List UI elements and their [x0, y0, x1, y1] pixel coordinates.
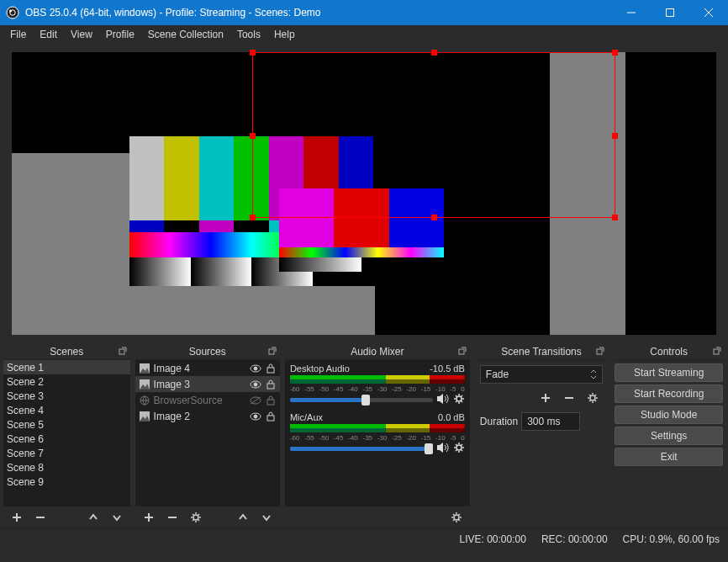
popout-icon[interactable]	[266, 345, 278, 357]
source-item[interactable]: Image 3	[135, 376, 280, 392]
svg-rect-13	[267, 384, 274, 389]
lock-icon[interactable]	[265, 379, 277, 390]
duration-input[interactable]: 300 ms	[521, 412, 580, 431]
selection-outline[interactable]	[252, 52, 615, 218]
minimize-button[interactable]	[612, 0, 651, 25]
source-label: Image 2	[154, 411, 246, 422]
menu-view[interactable]: View	[64, 27, 99, 42]
menu-help[interactable]: Help	[267, 27, 302, 42]
settings-button[interactable]: Settings	[615, 427, 723, 445]
svg-point-21	[193, 515, 198, 520]
remove-source-button[interactable]	[162, 508, 182, 527]
sources-list[interactable]: Image 4 Image 3 BrowserSource Image 2	[135, 360, 280, 506]
start-recording-button[interactable]: Start Recording	[615, 384, 723, 403]
popout-icon[interactable]	[711, 345, 723, 357]
exit-button[interactable]: Exit	[615, 448, 723, 466]
selection-handle-e[interactable]	[612, 133, 618, 139]
move-source-down-button[interactable]	[256, 508, 277, 527]
svg-point-25	[454, 515, 459, 520]
studio-mode-button[interactable]: Studio Mode	[615, 406, 723, 424]
image-icon	[139, 363, 150, 374]
add-scene-button[interactable]	[7, 508, 27, 527]
move-scene-up-button[interactable]	[83, 508, 103, 527]
volume-slider[interactable]	[290, 447, 433, 451]
source-label: Image 3	[154, 379, 246, 390]
dock-title-controls: Controls	[650, 346, 688, 358]
remove-transition-button[interactable]	[559, 389, 579, 407]
selection-handle-nw[interactable]	[250, 50, 256, 56]
dock-controls: Controls Start Streaming Start Recording…	[613, 343, 725, 528]
status-live: LIVE: 00:00:00	[459, 533, 525, 545]
scene-item[interactable]: Scene 5	[3, 417, 130, 432]
move-source-up-button[interactable]	[233, 508, 253, 527]
dock-audio-mixer: Audio Mixer Desktop Audio -10.5 dB -60-5…	[285, 343, 470, 528]
menu-scene-collection[interactable]: Scene Collection	[141, 27, 230, 42]
maximize-button[interactable]	[651, 0, 689, 25]
selection-handle-se[interactable]	[612, 215, 618, 220]
chevron-updown-icon	[590, 369, 597, 379]
start-streaming-button[interactable]: Start Streaming	[615, 363, 723, 382]
window-title: OBS 25.0.4 (64-bit, windows) - Profile: …	[25, 7, 612, 19]
menu-edit[interactable]: Edit	[33, 27, 64, 42]
gear-icon[interactable]	[453, 393, 465, 407]
popout-icon[interactable]	[456, 345, 468, 357]
visibility-hidden-icon[interactable]	[250, 395, 261, 406]
scene-item[interactable]: Scene 4	[3, 403, 130, 417]
source-item[interactable]: BrowserSource	[135, 392, 280, 408]
transition-properties-button[interactable]	[583, 389, 603, 407]
channel-name: Mic/Aux	[290, 412, 323, 422]
scenes-toolbar	[3, 506, 130, 528]
speaker-icon[interactable]	[436, 442, 450, 456]
dock-title-scenes: Scenes	[50, 346, 83, 358]
move-scene-down-button[interactable]	[107, 508, 127, 527]
dock-title-transitions: Scene Transitions	[501, 346, 581, 358]
mixer-settings-button[interactable]	[446, 508, 467, 527]
add-source-button[interactable]	[139, 508, 159, 527]
add-transition-button[interactable]	[535, 389, 556, 407]
gear-icon[interactable]	[453, 442, 465, 456]
selection-handle-sw[interactable]	[250, 215, 256, 220]
menu-file[interactable]: File	[3, 27, 33, 42]
video-preview[interactable]	[12, 52, 716, 335]
scene-item[interactable]: Scene 2	[3, 374, 130, 389]
scene-item[interactable]: Scene 7	[3, 446, 130, 460]
scene-item[interactable]: Scene 3	[3, 389, 130, 403]
menu-tools[interactable]: Tools	[230, 27, 267, 42]
source-item[interactable]: Image 4	[135, 360, 280, 376]
svg-point-12	[254, 383, 257, 386]
visibility-icon[interactable]	[250, 363, 261, 374]
popout-icon[interactable]	[594, 345, 606, 357]
selection-handle-n[interactable]	[431, 50, 437, 56]
svg-point-24	[456, 445, 462, 450]
audio-mixer: Desktop Audio -10.5 dB -60-55-50-45-40-3…	[285, 360, 470, 506]
remove-scene-button[interactable]	[30, 508, 50, 527]
svg-rect-16	[267, 400, 274, 405]
lock-icon[interactable]	[265, 395, 277, 406]
scene-item[interactable]: Scene 9	[3, 475, 130, 489]
scenes-list[interactable]: Scene 1 Scene 2 Scene 3 Scene 4 Scene 5 …	[3, 360, 130, 506]
channel-db: -10.5 dB	[430, 363, 465, 374]
speaker-icon[interactable]	[436, 393, 450, 407]
source-item[interactable]: Image 2	[135, 408, 280, 424]
scene-item[interactable]: Scene 6	[3, 432, 130, 446]
selection-handle-ne[interactable]	[612, 50, 618, 56]
scene-item[interactable]: Scene 1	[3, 360, 130, 374]
volume-slider[interactable]	[290, 398, 433, 402]
channel-name: Desktop Audio	[290, 363, 350, 374]
source-label: Image 4	[154, 363, 246, 374]
image-icon	[139, 411, 150, 422]
close-button[interactable]	[689, 0, 728, 25]
popout-icon[interactable]	[117, 345, 129, 357]
menu-profile[interactable]: Profile	[99, 27, 141, 42]
visibility-icon[interactable]	[250, 411, 261, 422]
lock-icon[interactable]	[265, 363, 277, 374]
lock-icon[interactable]	[265, 411, 277, 422]
selection-handle-w[interactable]	[250, 133, 256, 139]
svg-point-0	[7, 7, 18, 19]
dock-header-mixer: Audio Mixer	[285, 343, 470, 360]
scene-item[interactable]: Scene 8	[3, 460, 130, 475]
transition-type-select[interactable]: Fade	[480, 365, 603, 384]
selection-handle-s[interactable]	[431, 215, 437, 220]
visibility-icon[interactable]	[250, 379, 261, 390]
source-properties-button[interactable]	[186, 508, 206, 527]
